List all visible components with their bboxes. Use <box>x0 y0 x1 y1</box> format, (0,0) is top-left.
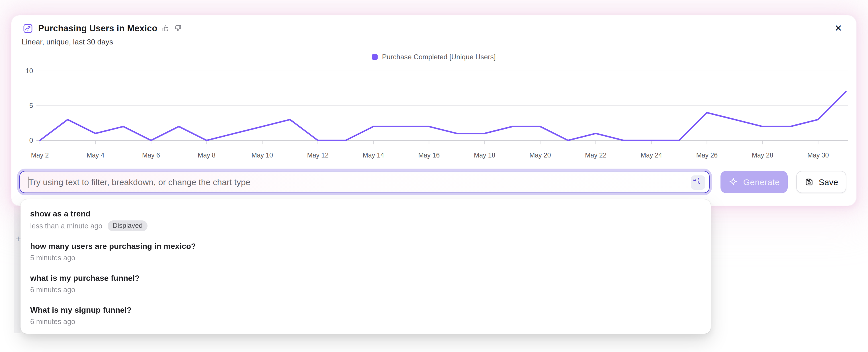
svg-text:5: 5 <box>29 102 33 109</box>
history-item-title: show as a trend <box>30 208 701 219</box>
svg-text:May 16: May 16 <box>418 152 440 159</box>
svg-text:10: 10 <box>25 67 33 75</box>
card-header: Purchasing Users in Mexico ✕ <box>23 22 845 49</box>
generate-button[interactable]: Generate <box>720 171 788 193</box>
svg-text:May 8: May 8 <box>198 152 216 159</box>
sparkle-icon <box>728 177 738 187</box>
svg-text:May 30: May 30 <box>807 152 829 159</box>
generate-label: Generate <box>743 177 780 187</box>
svg-text:May 26: May 26 <box>696 152 718 159</box>
svg-text:May 14: May 14 <box>363 152 384 159</box>
trend-line-chart: 0510May 2May 4May 6May 8May 10May 12May … <box>11 50 856 166</box>
history-button[interactable] <box>691 175 705 189</box>
card-title: Purchasing Users in Mexico <box>38 23 157 34</box>
history-item-title: what is my purchase funnel? <box>30 272 701 284</box>
save-label: Save <box>819 177 838 187</box>
history-item[interactable]: how many users are purchasing in mexico?… <box>21 235 711 267</box>
background-panel-edge <box>14 206 21 333</box>
history-item-title: how many users are purchasing in mexico? <box>30 241 701 252</box>
history-item-time: less than a minute ago <box>30 221 102 231</box>
svg-text:May 2: May 2 <box>31 152 49 159</box>
line-chart-icon <box>23 23 33 34</box>
text-caret <box>28 177 29 188</box>
svg-text:May 22: May 22 <box>585 152 606 159</box>
save-button[interactable]: Save <box>796 171 846 193</box>
save-disk-icon <box>805 177 814 187</box>
svg-text:May 6: May 6 <box>142 152 160 159</box>
history-dropdown: show as a trend less than a minute ago D… <box>21 199 711 334</box>
history-item-time: 6 minutes ago <box>30 285 75 295</box>
close-icon[interactable]: ✕ <box>832 22 845 35</box>
chart-card: Purchasing Users in Mexico ✕ Linear, uni… <box>11 15 856 205</box>
history-item[interactable]: What is my signup funnel? 6 minutes ago <box>21 299 711 331</box>
history-item-time: 5 minutes ago <box>30 253 75 263</box>
thumbs-down-icon[interactable] <box>174 24 182 32</box>
svg-text:May 4: May 4 <box>87 152 104 159</box>
history-clock-icon <box>693 178 703 187</box>
prompt-input[interactable] <box>20 171 709 193</box>
history-item-time: 6 minutes ago <box>30 317 75 327</box>
prompt-input-wrap <box>19 171 710 193</box>
svg-text:May 28: May 28 <box>752 152 773 159</box>
svg-text:May 10: May 10 <box>251 152 273 159</box>
history-item[interactable]: what is my purchase funnel? 6 minutes ag… <box>21 267 711 299</box>
svg-text:May 12: May 12 <box>307 152 328 159</box>
svg-text:May 18: May 18 <box>474 152 495 159</box>
thumbs-up-icon[interactable] <box>161 24 170 32</box>
displayed-badge: Displayed <box>107 220 148 231</box>
svg-text:0: 0 <box>29 136 33 144</box>
svg-text:May 20: May 20 <box>529 152 551 159</box>
history-item[interactable]: show as a trend less than a minute ago D… <box>21 203 711 235</box>
history-item-title: What is my signup funnel? <box>30 304 701 316</box>
svg-text:May 24: May 24 <box>641 152 662 159</box>
card-subtitle: Linear, unique, last 30 days <box>22 38 113 46</box>
app-background: + Purchasing Users in Mexico <box>0 0 868 352</box>
